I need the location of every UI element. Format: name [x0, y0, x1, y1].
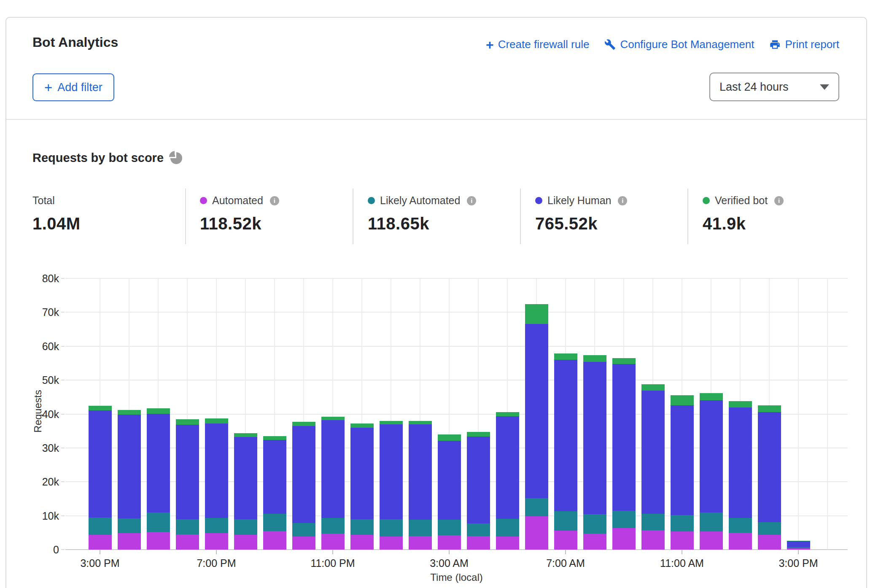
bar-segment-verified-bot[interactable] — [554, 353, 577, 359]
bar-segment-automated[interactable] — [525, 516, 548, 550]
bar-segment-likely-automated[interactable] — [292, 523, 315, 536]
bar-segment-verified-bot[interactable] — [496, 412, 519, 416]
bar-segment-automated[interactable] — [321, 534, 345, 550]
bar-segment-automated[interactable] — [467, 536, 490, 550]
bar-segment-automated[interactable] — [350, 535, 374, 550]
bar-segment-verified-bot[interactable] — [729, 401, 752, 407]
bar-segment-likely-automated[interactable] — [350, 519, 374, 535]
bar-segment-likely-automated[interactable] — [758, 522, 781, 535]
bar-segment-automated[interactable] — [292, 537, 315, 550]
bar-segment-automated[interactable] — [380, 537, 403, 550]
bar-segment-likely-automated[interactable] — [554, 511, 577, 531]
bar-segment-automated[interactable] — [118, 533, 141, 550]
bar-segment-likely-automated[interactable] — [671, 515, 694, 531]
bar-segment-verified-bot[interactable] — [671, 395, 694, 405]
bar-segment-likely-automated[interactable] — [176, 519, 199, 534]
bar-segment-verified-bot[interactable] — [89, 406, 112, 410]
bar-segment-verified-bot[interactable] — [787, 541, 810, 541]
bar-segment-automated[interactable] — [671, 531, 694, 550]
bar-segment-automated[interactable] — [758, 535, 781, 550]
bar-segment-likely-human[interactable] — [729, 407, 752, 518]
bar-segment-likely-automated[interactable] — [467, 523, 490, 536]
bar-segment-verified-bot[interactable] — [205, 418, 228, 423]
bar-segment-verified-bot[interactable] — [409, 421, 432, 425]
bar-segment-likely-automated[interactable] — [380, 519, 403, 537]
bar-segment-likely-automated[interactable] — [438, 520, 461, 535]
bar-segment-likely-human[interactable] — [641, 391, 665, 514]
create-firewall-rule-link[interactable]: + Create firewall rule — [486, 38, 589, 51]
bar-segment-automated[interactable] — [263, 531, 286, 550]
bar-segment-likely-automated[interactable] — [409, 520, 432, 536]
bar-segment-verified-bot[interactable] — [612, 358, 636, 364]
bar-segment-automated[interactable] — [205, 533, 228, 550]
bar-segment-likely-automated[interactable] — [729, 518, 752, 533]
bar-segment-likely-human[interactable] — [671, 405, 694, 515]
bar-segment-automated[interactable] — [176, 534, 199, 550]
bar-segment-automated[interactable] — [641, 530, 665, 550]
bar-segment-likely-human[interactable] — [205, 423, 228, 518]
bar-segment-likely-automated[interactable] — [700, 512, 723, 532]
configure-bot-management-link[interactable]: Configure Bot Management — [604, 38, 754, 51]
bar-segment-likely-human[interactable] — [409, 424, 432, 520]
bar-segment-likely-human[interactable] — [525, 324, 548, 498]
bar-segment-likely-automated[interactable] — [583, 514, 606, 534]
bar-segment-verified-bot[interactable] — [758, 405, 781, 412]
bar-segment-likely-automated[interactable] — [321, 518, 345, 534]
bar-segment-automated[interactable] — [234, 535, 257, 550]
bar-segment-likely-human[interactable] — [554, 360, 577, 511]
bar-segment-likely-human[interactable] — [496, 416, 519, 519]
bar-segment-likely-automated[interactable] — [234, 519, 257, 535]
bar-segment-verified-bot[interactable] — [583, 355, 606, 362]
bar-segment-likely-human[interactable] — [758, 412, 781, 522]
bar-segment-likely-automated[interactable] — [612, 511, 636, 529]
info-icon[interactable]: i — [467, 196, 476, 205]
bar-segment-verified-bot[interactable] — [118, 410, 141, 415]
bar-segment-likely-human[interactable] — [321, 420, 345, 518]
bar-segment-automated[interactable] — [554, 531, 577, 550]
bar-segment-verified-bot[interactable] — [467, 432, 490, 436]
bar-segment-likely-human[interactable] — [467, 437, 490, 524]
bar-segment-automated[interactable] — [787, 548, 810, 550]
bar-segment-automated[interactable] — [583, 534, 606, 550]
bar-segment-likely-automated[interactable] — [118, 518, 141, 533]
bar-segment-verified-bot[interactable] — [700, 393, 723, 400]
bar-segment-likely-human[interactable] — [234, 437, 257, 519]
bar-segment-likely-automated[interactable] — [147, 512, 170, 532]
bar-segment-automated[interactable] — [147, 532, 170, 550]
bar-segment-likely-human[interactable] — [438, 441, 461, 520]
bar-segment-verified-bot[interactable] — [380, 421, 403, 424]
bar-segment-verified-bot[interactable] — [350, 423, 374, 428]
bar-segment-likely-automated[interactable] — [525, 498, 548, 516]
bar-segment-likely-automated[interactable] — [263, 514, 286, 531]
bar-segment-likely-human[interactable] — [263, 440, 286, 514]
bar-segment-verified-bot[interactable] — [438, 434, 461, 441]
bar-segment-verified-bot[interactable] — [176, 419, 199, 425]
bar-segment-verified-bot[interactable] — [525, 304, 548, 324]
bar-segment-likely-automated[interactable] — [205, 518, 228, 533]
info-icon[interactable]: i — [774, 196, 784, 205]
bar-segment-likely-human[interactable] — [292, 426, 315, 523]
bar-segment-automated[interactable] — [496, 537, 519, 550]
bar-segment-likely-human[interactable] — [612, 364, 636, 510]
bar-segment-automated[interactable] — [700, 531, 723, 550]
bar-segment-likely-automated[interactable] — [89, 518, 112, 535]
bar-segment-likely-automated[interactable] — [787, 547, 810, 548]
time-range-select[interactable]: Last 24 hours — [709, 73, 839, 101]
bar-segment-automated[interactable] — [409, 536, 432, 550]
bar-segment-likely-human[interactable] — [118, 415, 141, 518]
bar-segment-automated[interactable] — [729, 533, 752, 550]
bar-segment-likely-human[interactable] — [147, 414, 170, 512]
bar-segment-likely-human[interactable] — [787, 541, 810, 547]
print-report-link[interactable]: Print report — [769, 38, 839, 51]
bar-segment-likely-human[interactable] — [350, 428, 374, 519]
bar-segment-likely-human[interactable] — [700, 400, 723, 512]
bar-segment-automated[interactable] — [89, 535, 112, 550]
bar-segment-verified-bot[interactable] — [321, 417, 345, 420]
bar-segment-verified-bot[interactable] — [641, 384, 665, 391]
info-icon[interactable]: i — [618, 196, 627, 205]
add-filter-button[interactable]: + Add filter — [32, 73, 114, 101]
bar-segment-verified-bot[interactable] — [147, 408, 170, 414]
bar-segment-automated[interactable] — [438, 535, 461, 550]
bar-segment-likely-human[interactable] — [380, 424, 403, 519]
bar-segment-likely-human[interactable] — [176, 425, 199, 519]
